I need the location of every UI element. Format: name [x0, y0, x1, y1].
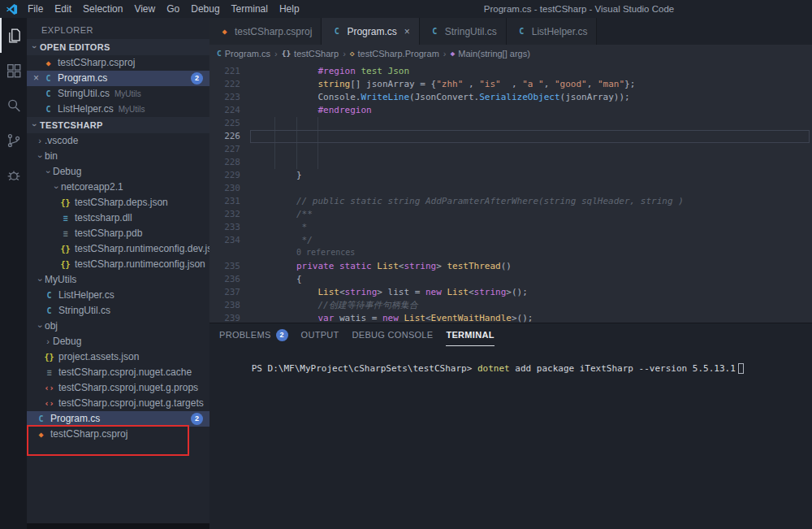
- tree-item-label: testCSharp.csproj.nuget.g.targets: [58, 396, 204, 411]
- namespace-symbol-icon: {}: [282, 49, 291, 58]
- line-number: 221: [209, 65, 240, 78]
- tab-testCSharp.csproj[interactable]: ◆testCSharp.csproj: [209, 18, 322, 45]
- tree-item[interactable]: ≡testCSharp.pdb: [27, 226, 209, 241]
- line-number: 235: [209, 260, 240, 273]
- code-line-234: 234 */: [209, 234, 812, 247]
- panel-tab-terminal[interactable]: TERMINAL: [446, 323, 494, 346]
- tab-StringUtil.cs[interactable]: CStringUtil.cs: [420, 18, 507, 45]
- open-editor-desc: MyUtils: [114, 86, 141, 102]
- explorer-icon[interactable]: [0, 18, 27, 53]
- debug-icon[interactable]: [0, 158, 27, 193]
- menu-debug[interactable]: Debug: [185, 3, 225, 15]
- code-text: [240, 182, 253, 195]
- tree-item-label: testcsharp.dll: [75, 210, 132, 226]
- workspace-tree-header[interactable]: › TESTCSHARP: [27, 117, 209, 133]
- sidebar-bottom-strip: [27, 523, 209, 529]
- panel-tab-output[interactable]: OUTPUT: [301, 323, 339, 346]
- tree-item[interactable]: CListHelper.cs: [27, 288, 209, 303]
- tab-label: Program.cs: [347, 26, 396, 37]
- source-control-icon[interactable]: [0, 123, 27, 158]
- tree-item[interactable]: ›bin: [27, 149, 209, 164]
- tab-ListHelper.cs[interactable]: CListHelper.cs: [507, 18, 598, 45]
- tree-item[interactable]: ‹›testCSharp.csproj.nuget.g.props: [27, 380, 209, 396]
- code-line-226: 226: [209, 130, 812, 143]
- menu-terminal[interactable]: Terminal: [226, 3, 274, 15]
- code-line-223: 223 Console.WriteLine(JsonConvert.Serial…: [209, 91, 812, 104]
- code-line-228: 228: [209, 156, 812, 169]
- tree-item[interactable]: ›MyUtils: [27, 272, 209, 288]
- breadcrumb-item[interactable]: ◇testCSharp.Program: [350, 49, 439, 59]
- open-editor-label: testCSharp.csproj: [58, 55, 135, 71]
- chevron-down-icon: ›: [32, 152, 48, 162]
- codelens-references[interactable]: 0 references: [209, 247, 812, 260]
- terminal[interactable]: PS D:\MF\MyProject\cSharpSets\testCSharp…: [209, 346, 812, 529]
- tree-item[interactable]: {}testCSharp.runtimeconfig.json: [27, 257, 209, 272]
- annotation-red-box: [27, 425, 189, 456]
- breadcrumb: CProgram.cs›{}testCSharp›◇testCSharp.Pro…: [209, 45, 812, 62]
- open-editors-header[interactable]: › OPEN EDITORS: [27, 39, 209, 55]
- open-editor-item[interactable]: CListHelper.csMyUtils: [27, 102, 209, 117]
- open-editor-item[interactable]: CStringUtil.csMyUtils: [27, 86, 209, 102]
- code-editor[interactable]: 221 #region test Json222 string[] jsonAr…: [209, 62, 812, 323]
- code-text: }: [240, 169, 302, 182]
- breadcrumb-label: testCSharp.Program: [358, 49, 439, 59]
- tree-item[interactable]: ›Debug: [27, 334, 209, 349]
- line-number: 231: [209, 195, 240, 208]
- tree-item[interactable]: ‹›testCSharp.csproj.nuget.g.targets: [27, 396, 209, 411]
- open-editor-item[interactable]: ◆testCSharp.csproj: [27, 55, 209, 71]
- menu-go[interactable]: Go: [161, 3, 185, 15]
- menu-selection[interactable]: Selection: [77, 3, 128, 15]
- tree-item[interactable]: ›Debug: [27, 164, 209, 180]
- line-number: 234: [209, 234, 240, 247]
- breadcrumb-item[interactable]: {}testCSharp: [282, 49, 339, 59]
- line-number: 228: [209, 156, 240, 169]
- cs-file-icon: C: [42, 86, 54, 102]
- tree-item[interactable]: ›.vscode: [27, 133, 209, 149]
- code-text: #region test Json: [240, 65, 409, 78]
- breadcrumb-item[interactable]: ◆Main(string[] args): [450, 49, 529, 59]
- tree-item[interactable]: {}testCSharp.runtimeconfig.dev.json: [27, 241, 209, 257]
- menu-view[interactable]: View: [128, 3, 161, 15]
- tree-item[interactable]: ›obj: [27, 319, 209, 334]
- panel-tab-debug-console[interactable]: DEBUG CONSOLE: [352, 323, 434, 346]
- menu-edit[interactable]: Edit: [49, 3, 77, 15]
- tab-Program.cs[interactable]: CProgram.cs×: [322, 18, 419, 45]
- code-text: private static List<string> testThread(): [240, 260, 512, 273]
- breadcrumb-label: testCSharp: [294, 49, 339, 59]
- tab-close-icon[interactable]: ×: [404, 26, 410, 37]
- code-text: [240, 143, 253, 156]
- search-icon[interactable]: [0, 88, 27, 123]
- menu-help[interactable]: Help: [274, 3, 305, 15]
- breadcrumb-item[interactable]: CProgram.cs: [217, 49, 270, 59]
- tree-item-label: ListHelper.cs: [58, 288, 114, 303]
- breadcrumb-separator-icon: ›: [439, 49, 451, 59]
- tabs-bar: ◆testCSharp.csprojCProgram.cs×CStringUti…: [209, 18, 812, 45]
- tree-item[interactable]: CStringUtil.cs: [27, 303, 209, 319]
- extensions-icon[interactable]: [0, 53, 27, 88]
- cs-symbol-icon: C: [217, 49, 222, 58]
- open-editor-item[interactable]: ×CProgram.cs2: [27, 71, 209, 86]
- editor-region: ◆testCSharp.csprojCProgram.cs×CStringUti…: [209, 18, 812, 529]
- menu-file[interactable]: File: [22, 3, 49, 15]
- panel-tab-problems[interactable]: PROBLEMS2: [219, 323, 288, 346]
- breadcrumb-separator-icon: ›: [339, 49, 350, 59]
- tree-item[interactable]: {}testCSharp.deps.json: [27, 195, 209, 210]
- tree-item[interactable]: ≡testCSharp.csproj.nuget.cache: [27, 365, 209, 380]
- close-icon[interactable]: ×: [30, 71, 42, 86]
- tree-item-label: testCSharp.csproj.nuget.cache: [58, 365, 192, 380]
- code-line-231: 231 // public static string AddParamterA…: [209, 195, 812, 208]
- code-text: // public static string AddParamterAfter…: [240, 195, 684, 208]
- tree-item[interactable]: {}project.assets.json: [27, 349, 209, 365]
- tree-item-label: testCSharp.runtimeconfig.dev.json: [75, 241, 209, 257]
- tree-item[interactable]: ≡testcsharp.dll: [27, 210, 209, 226]
- code-text: Console.WriteLine(JsonConvert.SerializeO…: [240, 91, 630, 104]
- breadcrumb-separator-icon: ›: [270, 49, 282, 59]
- cs-file-icon: C: [42, 102, 54, 117]
- chevron-expanded-icon: ›: [30, 120, 40, 130]
- tree-item[interactable]: ›netcoreapp2.1: [27, 180, 209, 195]
- dll-file-icon: ≡: [59, 210, 71, 226]
- code-line-238: 238 //创建等待事件句柄集合: [209, 299, 812, 312]
- csproj-file-icon: ◆: [218, 27, 231, 36]
- cs-file-icon: C: [516, 27, 528, 36]
- code-text: #endregion: [240, 104, 372, 117]
